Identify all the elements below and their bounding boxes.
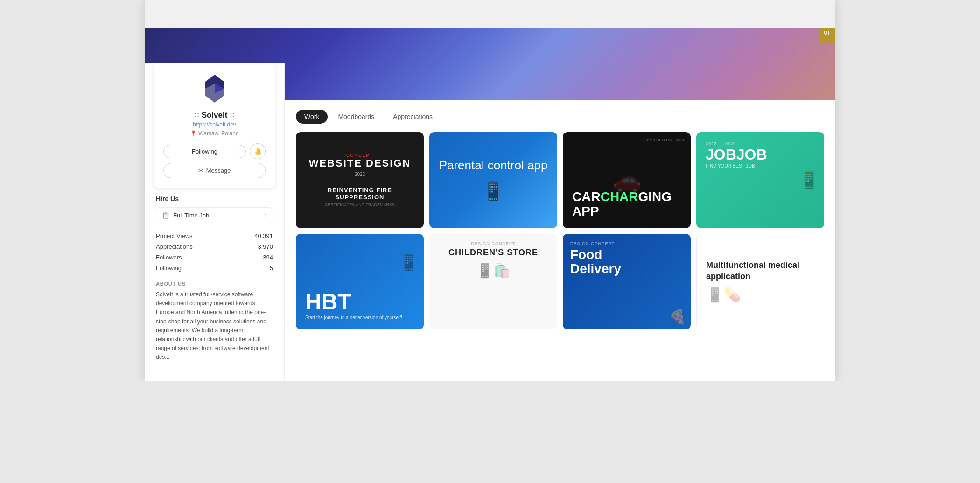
hire-item-icon: 📋 (162, 212, 169, 219)
content-area: WorkMoodboardsAppreciations CONCEPT WEBS… (285, 100, 835, 381)
card-tagline: REINVENTING FIRE SUPPRESSION (305, 187, 414, 201)
hire-us-section: Hire Us 📋 Full Time Job › (145, 188, 284, 223)
hire-item-fulltime[interactable]: 📋 Full Time Job › (156, 207, 273, 223)
parental-icon: 📱 (482, 180, 505, 202)
card-title: JOBJOB (706, 148, 767, 161)
stats-section: Project Views40,391Appreciations3,970Fol… (145, 223, 284, 273)
portfolio-item-medical-app[interactable]: Multifunctional medical application 📱💊 (696, 234, 824, 330)
profile-location: 📍 Warsaw, Poland (163, 130, 266, 137)
about-section: ABOUT US SolveIt is a trusted full-servi… (145, 273, 284, 362)
profile-url[interactable]: https://solveit.dev (193, 121, 236, 128)
bell-button[interactable]: 🔔 (250, 143, 266, 159)
portfolio-item-car-charging[interactable]: UX/UI DESIGN 2022 🚗 CARCHARGINGAPP (563, 132, 691, 228)
car-icon: 🚗 (612, 167, 641, 194)
location-pin-icon: 📍 (190, 130, 197, 137)
card-footer: CERTIFICATES AND TRADEMARKS (325, 203, 395, 207)
stat-value: 40,391 (254, 232, 273, 239)
medical-icon: 📱💊 (706, 287, 741, 303)
bell-icon: 🔔 (254, 147, 262, 155)
card-title: HBT (305, 291, 351, 313)
portfolio-item-food-delivery[interactable]: DESIGN CONCEPT FoodDelivery 🍕 (563, 234, 691, 330)
card-title: Parental control app (439, 158, 548, 173)
children-icon: 📱🛍️ (476, 262, 511, 279)
portfolio-item-parental-app[interactable]: Parental control app 📱 (429, 132, 557, 228)
card-title: WEBSITE DESIGN (309, 158, 411, 169)
about-text: SolveIt is a trusted full-service softwa… (156, 290, 273, 362)
card-subtitle: FIND YOUR BEST JOB (706, 163, 755, 168)
ui-badge: UI (819, 28, 835, 45)
main-layout: ∷ SolveIt ∷ https://solveit.dev 📍 Warsaw… (145, 100, 835, 381)
tab-work[interactable]: Work (296, 110, 328, 124)
hire-item-label: Full Time Job (173, 212, 209, 219)
message-icon: ✉ (198, 167, 203, 174)
card-title: FoodDelivery (570, 248, 621, 277)
brand-logo (198, 72, 231, 105)
following-button[interactable]: Following (163, 145, 246, 158)
profile-name: ∷ SolveIt ∷ (163, 111, 266, 120)
card-subtitle: Start the journey to a better version of… (305, 315, 402, 320)
hire-us-label: Hire Us (156, 195, 273, 203)
name-dots-before: ∷ (195, 112, 199, 119)
card-title: Multifunctional medical application (706, 260, 814, 282)
card-label: DESIGN CONCEPT (471, 241, 515, 246)
stat-label: Appreciations (156, 243, 193, 250)
sidebar: ∷ SolveIt ∷ https://solveit.dev 📍 Warsaw… (145, 63, 285, 381)
card-year: UX/UI DESIGN 2022 (644, 138, 685, 142)
name-dots-after: ∷ (230, 112, 234, 119)
stat-row: Appreciations3,970 (156, 241, 273, 252)
stat-value: 3,970 (258, 243, 273, 250)
hire-item-arrow: › (265, 211, 267, 219)
tabs-row: WorkMoodboardsAppreciations (296, 110, 824, 124)
portfolio-item-jobjob[interactable]: 2022 | UI/UX JOBJOB FIND YOUR BEST JOB 📱 (696, 132, 824, 228)
tab-moodboards[interactable]: Moodboards (329, 110, 383, 124)
stat-value: 394 (263, 254, 273, 261)
card-label: 2022 | UI/UX (706, 141, 735, 146)
stat-label: Followers (156, 254, 182, 261)
profile-card: ∷ SolveIt ∷ https://solveit.dev 📍 Warsaw… (154, 63, 275, 188)
card-label: DESIGN CONCEPT (570, 241, 615, 246)
card-title: CHILDREN'S STORE (448, 248, 538, 258)
phone-icon: 📱 (799, 170, 819, 189)
phone-icon-hbt: 📱 (399, 253, 419, 272)
stat-value: 5 (270, 265, 273, 272)
portfolio-item-childrens-store[interactable]: DESIGN CONCEPT CHILDREN'S STORE 📱🛍️ (429, 234, 557, 330)
following-section: Following 🔔 (163, 143, 266, 159)
tab-appreciations[interactable]: Appreciations (385, 110, 441, 124)
stat-label: Following (156, 265, 182, 272)
portfolio-item-website-design[interactable]: CONCEPT WEBSITE DESIGN 2022 REINVENTING … (296, 132, 424, 228)
about-label: ABOUT US (156, 281, 273, 287)
stat-label: Project Views (156, 232, 193, 239)
message-button[interactable]: ✉ Message (163, 163, 266, 178)
stat-row: Following5 (156, 263, 273, 273)
stat-row: Project Views40,391 (156, 231, 273, 241)
portfolio-grid: CONCEPT WEBSITE DESIGN 2022 REINVENTING … (296, 132, 824, 329)
food-icon: 🍕 (669, 308, 686, 325)
card-title: CARCHARGINGAPP (572, 190, 672, 219)
portfolio-item-hbt[interactable]: HBT Start the journey to a better versio… (296, 234, 424, 330)
top-bar (145, 0, 835, 28)
stat-row: Followers394 (156, 252, 273, 263)
